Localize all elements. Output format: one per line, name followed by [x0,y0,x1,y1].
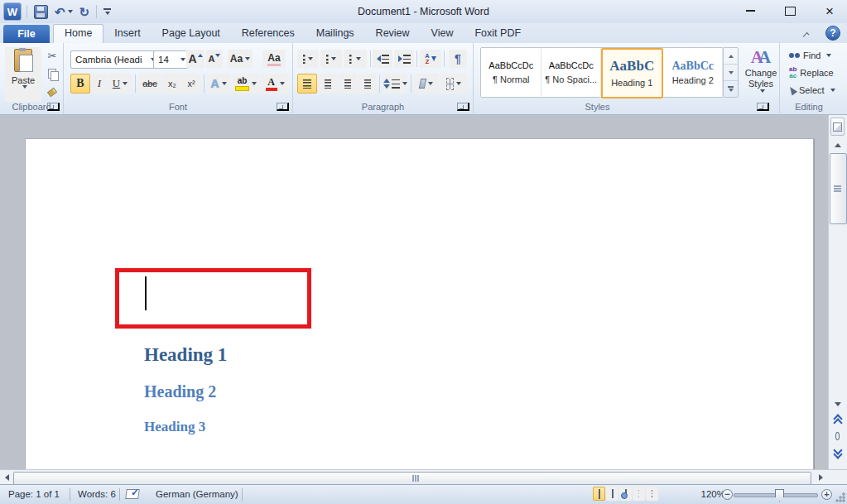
line-spacing-button[interactable] [383,74,407,94]
style-heading1[interactable]: AaBbC Heading 1 [601,48,663,98]
help-button[interactable]: ? [825,26,840,41]
align-right-button[interactable] [339,74,357,94]
align-left-button[interactable] [297,74,317,94]
strikethrough-button[interactable]: abc [138,74,161,94]
draft-view-button[interactable] [646,487,658,501]
tab-references[interactable]: References [231,24,306,43]
paste-button[interactable]: Paste [5,47,41,102]
bullets-button[interactable] [297,50,319,68]
resize-grip[interactable] [835,492,845,502]
superscript-button[interactable]: x² [182,74,200,94]
increase-indent-button[interactable] [394,50,414,68]
change-styles-button[interactable]: AA Change Styles [742,45,780,99]
separator [204,74,205,93]
show-hide-marks-button[interactable]: ¶ [449,50,467,68]
multilevel-list-button[interactable] [344,50,367,68]
shading-button[interactable] [414,74,439,94]
decrease-indent-button[interactable] [373,50,392,68]
subscript-button[interactable]: x₂ [163,74,181,94]
document-heading-1[interactable]: Heading 1 [144,344,227,366]
clipboard-dialog-launcher[interactable] [47,103,60,111]
zoom-slider-thumb[interactable] [775,489,784,502]
vertical-scroll-thumb[interactable] [830,153,847,224]
scroll-left-button[interactable] [1,471,12,484]
numbering-icon [326,54,329,64]
print-layout-view-button[interactable] [593,487,605,501]
tab-page-layout[interactable]: Page Layout [152,24,231,43]
close-button[interactable]: × [817,2,842,19]
minimize-button[interactable] [738,2,763,19]
horizontal-scroll-thumb[interactable] [13,472,811,485]
borders-button[interactable] [440,74,467,94]
vertical-scrollbar[interactable] [828,115,847,470]
view-shortcuts [593,487,658,501]
scroll-up-button[interactable] [830,139,845,151]
tab-file[interactable]: File [3,25,50,43]
underline-button[interactable]: U [108,74,132,94]
tab-insert[interactable]: Insert [103,24,151,43]
style-no-spacing[interactable]: AaBbCcDc ¶ No Spaci... [541,48,602,97]
document-heading-3[interactable]: Heading 3 [144,419,205,435]
cut-button[interactable]: ✂ [43,47,61,64]
tab-foxit-pdf[interactable]: Foxit PDF [464,24,532,43]
scroll-down-button[interactable] [830,398,845,410]
superscript-icon: x² [187,79,195,89]
web-layout-view-button[interactable] [619,487,632,501]
select-button[interactable]: Select [784,83,840,98]
clear-formatting-icon: Aa [267,52,280,66]
text-highlight-button[interactable]: ab [232,74,260,94]
group-editing: Find abac Replace Select Editing [779,43,839,113]
numbering-button[interactable] [320,50,342,68]
font-name-combo[interactable]: Cambria (Headi [70,50,158,69]
paste-icon [14,49,32,72]
triangle-down-icon [835,402,841,406]
word-count-status[interactable]: Words: 6 [73,485,121,503]
minimize-ribbon-button[interactable] [801,29,814,39]
text-effects-button[interactable]: A [207,74,230,94]
copy-button[interactable] [43,65,61,82]
zoom-in-button[interactable]: + [821,489,832,500]
styles-gallery-more-button[interactable] [724,81,738,97]
grow-font-button[interactable]: A [186,50,205,68]
change-case-button[interactable]: Aa [228,50,253,68]
select-browse-object-button[interactable] [830,430,845,442]
maximize-button[interactable] [777,2,802,19]
format-painter-button[interactable] [43,84,61,100]
tab-home[interactable]: Home [53,24,103,43]
zoom-out-button[interactable]: − [722,489,733,500]
style-normal[interactable]: AaBbCcDc ¶ Normal [481,48,541,97]
bold-button[interactable]: B [70,74,90,94]
shrink-font-button[interactable]: A [206,50,223,68]
align-center-button[interactable] [319,74,337,94]
language-status[interactable]: German (Germany) [151,485,243,503]
font-color-button[interactable]: A [262,74,288,94]
document-heading-2[interactable]: Heading 2 [144,382,216,401]
replace-button[interactable]: abac Replace [784,65,839,80]
fullscreen-reading-view-button[interactable] [606,487,618,501]
horizontal-scrollbar[interactable] [0,469,847,485]
scroll-right-button[interactable] [815,471,826,484]
italic-button[interactable]: I [92,74,107,94]
outline-view-button[interactable] [633,487,645,501]
font-size-combo[interactable]: 14 [153,50,188,69]
page-count-status[interactable]: Page: 1 of 1 [3,485,65,503]
font-dialog-launcher[interactable] [277,103,289,111]
paragraph-dialog-launcher[interactable] [457,103,469,111]
justify-button[interactable] [359,74,377,94]
styles-scroll-up-button[interactable] [724,48,738,65]
tab-view[interactable]: View [421,24,464,43]
previous-page-button[interactable] [830,415,845,427]
next-page-button[interactable] [830,446,845,458]
tab-review[interactable]: Review [365,24,421,43]
sort-button[interactable]: AZ [420,50,441,68]
styles-scroll-down-button[interactable] [724,65,738,81]
word-window: W ↶ ↻ Document1 - Microsoft Word × File … [0,0,847,504]
spellcheck-status-icon[interactable]: ✓ [126,488,140,500]
document-page[interactable]: Heading 1 Heading 2 Heading 3 [25,138,814,470]
styles-dialog-launcher[interactable] [757,103,769,111]
style-heading2[interactable]: AaBbCc Heading 2 [663,48,724,97]
view-ruler-button[interactable] [830,118,845,136]
find-button[interactable]: Find [784,48,836,63]
tab-mailings[interactable]: Mailings [306,24,365,43]
clear-formatting-button[interactable]: Aa [262,50,286,68]
